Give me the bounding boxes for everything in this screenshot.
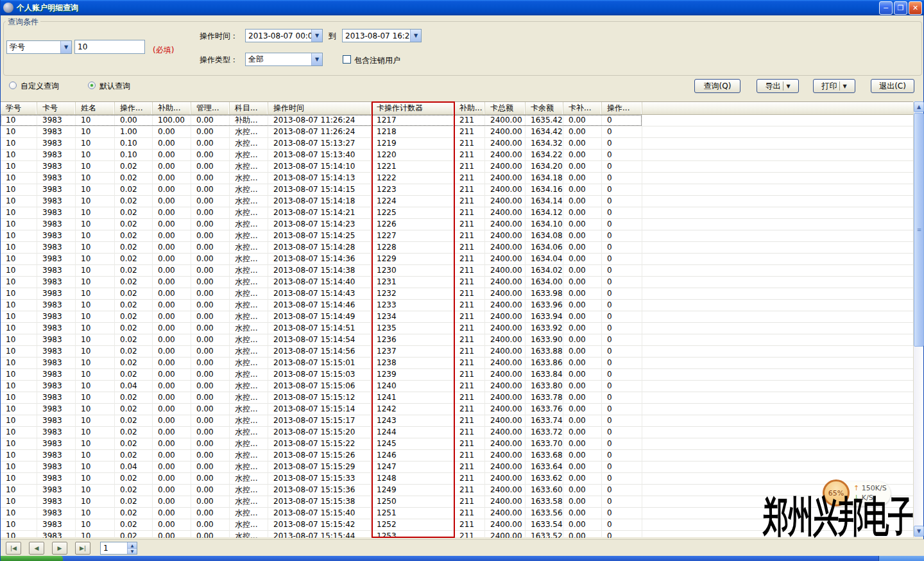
exit-button[interactable]: 退出(C) (871, 79, 914, 93)
table-cell: 0.02 (115, 485, 153, 496)
table-row[interactable]: 103983100.020.000.00水控...2013-08-07 15:1… (1, 531, 914, 538)
table-cell: 10 (76, 485, 115, 496)
column-header[interactable]: 姓名 (76, 102, 115, 114)
time-to-picker[interactable]: 2013-08-07 16:21 ▼ (342, 29, 422, 42)
table-row[interactable]: 103983100.020.000.00水控...2013-08-07 15:1… (1, 415, 914, 427)
table-row[interactable]: 103983100.020.000.00水控...2013-08-07 15:1… (1, 300, 914, 311)
scroll-up-button[interactable]: ▲ (914, 101, 924, 112)
last-page-button[interactable]: ▶| (75, 542, 90, 555)
table-row[interactable]: 103983100.020.000.00水控...2013-08-07 15:1… (1, 323, 914, 334)
table-row[interactable]: 103983100.020.000.00水控...2013-08-07 15:1… (1, 496, 914, 508)
print-button[interactable]: 打印 ▼ (813, 79, 855, 93)
query-value-input[interactable] (74, 40, 145, 54)
table-cell: 0.02 (115, 242, 153, 254)
table-cell: 3983 (37, 519, 76, 531)
table-row[interactable]: 103983100.00100.000.00补助...2013-08-07 11… (1, 115, 914, 126)
close-button[interactable]: ✕ (909, 1, 922, 15)
table-row[interactable]: 103983100.020.000.00水控...2013-08-07 15:1… (1, 207, 914, 219)
table-row[interactable]: 103983100.100.000.00水控...2013-08-07 15:1… (1, 150, 914, 161)
column-header[interactable]: 操作... (602, 102, 642, 114)
table-row[interactable]: 103983100.020.000.00水控...2013-08-07 15:1… (1, 508, 914, 519)
column-header[interactable]: 卡补... (563, 102, 602, 114)
prev-page-button[interactable]: ◀ (29, 542, 44, 555)
table-cell: 0 (602, 300, 642, 311)
column-header[interactable]: 补助... (454, 102, 485, 114)
table-cell: 1634.22 (526, 150, 563, 161)
table-cell: 10 (1, 311, 37, 323)
table-row[interactable]: 103983100.020.000.00水控...2013-08-07 15:1… (1, 311, 914, 323)
column-header[interactable]: 卡操作计数器 (372, 102, 454, 114)
table-row[interactable]: 103983100.020.000.00水控...2013-08-07 15:1… (1, 392, 914, 404)
type-combobox[interactable]: 全部 ▼ (245, 53, 323, 66)
table-row[interactable]: 103983100.040.000.00水控...2013-08-07 15:1… (1, 462, 914, 473)
chevron-down-icon[interactable]: ▼ (60, 41, 71, 53)
table-row[interactable]: 103983100.020.000.00水控...2013-08-07 15:1… (1, 358, 914, 369)
column-header[interactable]: 卡总额 (485, 102, 526, 114)
table-row[interactable]: 103983100.020.000.00水控...2013-08-07 15:1… (1, 438, 914, 450)
table-row[interactable]: 103983100.020.000.00水控...2013-08-07 15:1… (1, 173, 914, 184)
minimize-button[interactable]: ─ (879, 1, 893, 15)
spin-up-icon[interactable]: ▲ (128, 542, 137, 549)
column-header[interactable]: 操作... (115, 102, 153, 114)
table-cell: 3983 (37, 230, 76, 242)
table-row[interactable]: 103983100.020.000.00水控...2013-08-07 15:1… (1, 485, 914, 496)
scrollbar-thumb[interactable]: ≡ (914, 113, 924, 347)
table-cell: 2013-08-07 15:14:54 (268, 334, 372, 346)
table-row[interactable]: 103983100.020.000.00水控...2013-08-07 15:1… (1, 427, 914, 438)
column-header[interactable]: 操作时间 (268, 102, 372, 114)
table-cell: 1219 (372, 138, 454, 150)
column-header[interactable]: 卡余额 (526, 102, 563, 114)
chevron-down-icon[interactable]: ▼ (311, 53, 322, 65)
table-row[interactable]: 103983100.020.000.00水控...2013-08-07 15:1… (1, 242, 914, 254)
table-cell: 2013-08-07 15:14:21 (268, 207, 372, 219)
vertical-scrollbar[interactable]: ▲ ≡ ▼ (913, 101, 923, 537)
table-row[interactable]: 103983100.020.000.00水控...2013-08-07 15:1… (1, 254, 914, 265)
table-cell: 2013-08-07 15:15:26 (268, 450, 372, 462)
include-cancelled-checkbox[interactable] (343, 55, 351, 64)
table-row[interactable]: 103983100.020.000.00水控...2013-08-07 15:1… (1, 404, 914, 415)
chevron-down-icon[interactable]: ▼ (843, 83, 846, 89)
default-query-radio[interactable] (88, 82, 96, 89)
table-row[interactable]: 103983100.020.000.00水控...2013-08-07 15:1… (1, 265, 914, 277)
table-row[interactable]: 103983100.020.000.00水控...2013-08-07 15:1… (1, 161, 914, 173)
table-row[interactable]: 103983100.040.000.00水控...2013-08-07 15:1… (1, 381, 914, 392)
table-row[interactable]: 103983100.020.000.00水控...2013-08-07 15:1… (1, 473, 914, 485)
table-row[interactable]: 103983100.020.000.00水控...2013-08-07 15:1… (1, 334, 914, 346)
default-query-label: 默认查询 (99, 81, 130, 92)
table-row[interactable]: 103983100.020.000.00水控...2013-08-07 15:1… (1, 230, 914, 242)
table-row[interactable]: 103983101.000.000.00水控...2013-08-07 11:2… (1, 126, 914, 138)
table-row[interactable]: 103983100.020.000.00水控...2013-08-07 15:1… (1, 288, 914, 300)
query-button[interactable]: 查询(Q) (694, 79, 740, 93)
column-header[interactable]: 管理... (191, 102, 230, 114)
start-button[interactable] (1, 556, 63, 561)
table-cell: 0.00 (563, 230, 602, 242)
table-row[interactable]: 103983100.020.000.00水控...2013-08-07 15:1… (1, 277, 914, 288)
column-header[interactable]: 科目... (230, 102, 268, 114)
table-row[interactable]: 103983100.100.000.00水控...2013-08-07 15:1… (1, 138, 914, 150)
next-page-button[interactable]: ▶ (52, 542, 67, 555)
column-header[interactable]: 补助... (153, 102, 191, 114)
table-row[interactable]: 103983100.020.000.00水控...2013-08-07 15:1… (1, 196, 914, 207)
scroll-down-button[interactable]: ▼ (914, 526, 924, 537)
table-row[interactable]: 103983100.020.000.00水控...2013-08-07 15:1… (1, 184, 914, 196)
table-row[interactable]: 103983100.020.000.00水控...2013-08-07 15:1… (1, 519, 914, 531)
first-page-button[interactable]: |◀ (6, 542, 21, 555)
custom-query-radio[interactable] (9, 82, 17, 89)
table-row[interactable]: 103983100.020.000.00水控...2013-08-07 15:1… (1, 450, 914, 462)
column-header[interactable]: 学号 (1, 102, 37, 114)
page-spinner[interactable]: 1 ▲ ▼ (100, 542, 137, 555)
time-from-picker[interactable]: 2013-08-07 00:00 ▼ (245, 29, 323, 42)
chevron-down-icon[interactable]: ▼ (311, 30, 322, 42)
table-row[interactable]: 103983100.020.000.00水控...2013-08-07 15:1… (1, 219, 914, 230)
export-button[interactable]: 导出 ▼ (757, 79, 799, 93)
column-header[interactable]: 卡号 (37, 102, 76, 114)
spin-down-icon[interactable]: ▼ (128, 549, 137, 555)
chevron-down-icon[interactable]: ▼ (786, 83, 790, 89)
chevron-down-icon[interactable]: ▼ (410, 30, 421, 42)
table-row[interactable]: 103983100.020.000.00水控...2013-08-07 15:1… (1, 346, 914, 358)
speed-monitor-bubble[interactable]: 65% ↑ 150K/S ↓ K/S (824, 481, 891, 506)
table-row[interactable]: 103983100.020.000.00水控...2013-08-07 15:1… (1, 369, 914, 381)
table-cell: 0.00 (563, 473, 602, 485)
query-field-combobox[interactable]: 学号 ▼ (6, 40, 72, 54)
restore-button[interactable]: ❐ (894, 1, 907, 15)
